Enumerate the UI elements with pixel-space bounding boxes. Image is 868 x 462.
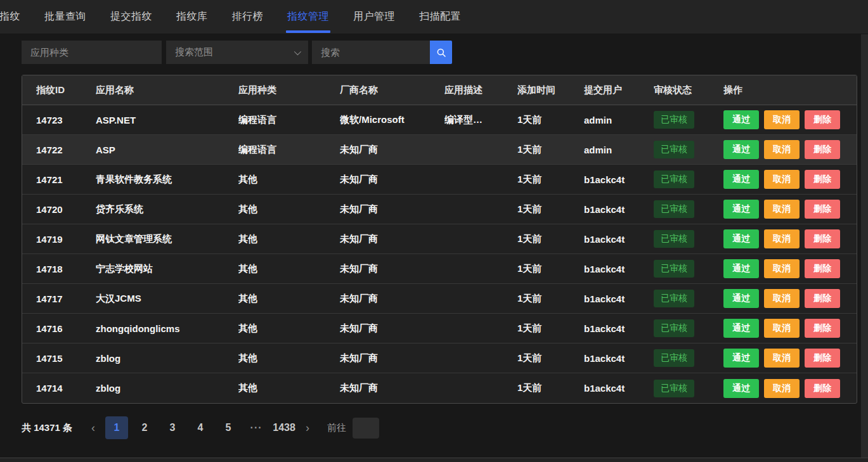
delete-button[interactable]: 删除 <box>805 170 840 189</box>
page-number-1438[interactable]: 1438 <box>273 416 295 439</box>
cell-added-time: 1天前 <box>517 352 584 364</box>
nav-tab-7[interactable]: 扫描配置 <box>419 0 461 34</box>
column-header-0: 指纹ID <box>36 84 96 96</box>
scope-select[interactable]: 搜索范围 <box>166 41 308 64</box>
column-header-8: 操作 <box>723 84 857 96</box>
table-row[interactable]: 14723 ASP.NET 编程语言 微软/Microsoft 编译型… 1天前… <box>22 105 857 135</box>
cell-app-type: 其他 <box>238 233 340 245</box>
cell-added-time: 1天前 <box>517 323 584 335</box>
nav-tab-1[interactable]: 批量查询 <box>44 0 86 34</box>
cell-actions: 通过 取消 删除 <box>723 229 857 248</box>
cell-actions: 通过 取消 删除 <box>723 170 857 189</box>
cell-actions: 通过 取消 删除 <box>723 110 857 129</box>
approve-button[interactable]: 通过 <box>723 259 759 278</box>
nav-tab-2[interactable]: 提交指纹 <box>110 0 152 34</box>
cell-fingerprint-id: 14721 <box>36 174 96 185</box>
nav-tab-label: 排行榜 <box>232 10 264 23</box>
cell-review-status: 已审核 <box>654 200 723 218</box>
cancel-button[interactable]: 取消 <box>764 229 800 248</box>
approve-button[interactable]: 通过 <box>723 170 759 189</box>
status-badge: 已审核 <box>654 111 694 129</box>
cancel-button[interactable]: 取消 <box>764 110 800 129</box>
next-page-icon[interactable]: › <box>298 416 317 439</box>
nav-tab-6[interactable]: 用户管理 <box>353 0 395 34</box>
delete-button[interactable]: 删除 <box>805 229 840 248</box>
table-row[interactable]: 14720 贷齐乐系统 其他 未知厂商 1天前 b1ackc4t 已审核 通过 … <box>22 195 857 224</box>
horizontal-scrollbar[interactable] <box>0 458 868 462</box>
cell-app-name: zhongqidonglicms <box>96 323 238 334</box>
approve-button[interactable]: 通过 <box>723 229 759 248</box>
delete-button[interactable]: 删除 <box>805 200 840 219</box>
cell-submit-user: b1ackc4t <box>584 234 654 245</box>
delete-button[interactable]: 删除 <box>805 379 840 398</box>
approve-button[interactable]: 通过 <box>723 110 759 129</box>
table-row[interactable]: 14721 青果软件教务系统 其他 未知厂商 1天前 b1ackc4t 已审核 … <box>22 165 857 195</box>
vertical-scrollbar[interactable] <box>861 34 868 458</box>
cell-description: 编译型… <box>444 114 517 126</box>
delete-button[interactable]: 删除 <box>805 289 840 308</box>
page-number-4[interactable]: 4 <box>189 416 212 439</box>
cancel-button[interactable]: 取消 <box>764 289 800 308</box>
page-number-1[interactable]: 1 <box>105 416 128 439</box>
page-number-2[interactable]: 2 <box>133 416 156 439</box>
delete-button[interactable]: 删除 <box>805 349 840 368</box>
cell-submit-user: b1ackc4t <box>584 204 654 215</box>
cancel-button[interactable]: 取消 <box>764 319 800 338</box>
cell-app-type: 其他 <box>238 323 340 335</box>
cancel-button[interactable]: 取消 <box>764 379 800 398</box>
page-number-5[interactable]: 5 <box>217 416 240 439</box>
cell-added-time: 1天前 <box>517 174 584 186</box>
column-header-6: 提交用户 <box>584 84 654 96</box>
cell-app-name: zblog <box>96 353 238 364</box>
cell-actions: 通过 取消 删除 <box>723 140 857 159</box>
status-badge: 已审核 <box>654 170 694 188</box>
approve-button[interactable]: 通过 <box>723 200 759 219</box>
nav-tab-label: 识别指纹 <box>0 10 20 23</box>
cancel-button[interactable]: 取消 <box>764 200 800 219</box>
page-number-3[interactable]: 3 <box>161 416 184 439</box>
cancel-button[interactable]: 取消 <box>764 140 800 159</box>
cell-submit-user: b1ackc4t <box>584 264 654 274</box>
table-row[interactable]: 14714 zblog 其他 未知厂商 1天前 b1ackc4t 已审核 通过 … <box>22 373 857 403</box>
table-row[interactable]: 14719 网钛文章管理系统 其他 未知厂商 1天前 b1ackc4t 已审核 … <box>22 224 857 254</box>
status-badge: 已审核 <box>654 230 694 248</box>
nav-tab-0[interactable]: 识别指纹 <box>0 0 20 34</box>
status-badge: 已审核 <box>654 380 694 397</box>
approve-button[interactable]: 通过 <box>723 379 759 398</box>
cell-fingerprint-id: 14714 <box>36 383 96 394</box>
cell-vendor: 未知厂商 <box>340 263 444 275</box>
cell-review-status: 已审核 <box>654 141 723 158</box>
cancel-button[interactable]: 取消 <box>764 170 800 189</box>
delete-button[interactable]: 删除 <box>805 140 840 159</box>
cancel-button[interactable]: 取消 <box>764 349 800 368</box>
nav-tab-label: 批量查询 <box>44 10 86 23</box>
keyword-input[interactable] <box>312 41 430 64</box>
delete-button[interactable]: 删除 <box>805 319 840 338</box>
nav-tab-5[interactable]: 指纹管理 <box>287 0 329 34</box>
goto-page-input[interactable] <box>353 418 379 439</box>
column-header-4: 应用描述 <box>444 84 517 96</box>
cell-vendor: 未知厂商 <box>340 293 444 305</box>
prev-page-icon[interactable]: ‹ <box>84 416 103 439</box>
category-input[interactable] <box>22 41 162 64</box>
approve-button[interactable]: 通过 <box>723 289 759 308</box>
cell-added-time: 1天前 <box>517 144 584 156</box>
nav-tab-4[interactable]: 排行榜 <box>232 0 264 34</box>
delete-button[interactable]: 删除 <box>805 259 840 278</box>
status-badge: 已审核 <box>654 260 694 278</box>
search-button[interactable] <box>430 41 452 64</box>
approve-button[interactable]: 通过 <box>723 140 759 159</box>
nav-tab-3[interactable]: 指纹库 <box>176 0 208 34</box>
cancel-button[interactable]: 取消 <box>764 259 800 278</box>
table-row[interactable]: 14715 zblog 其他 未知厂商 1天前 b1ackc4t 已审核 通过 … <box>22 343 857 373</box>
approve-button[interactable]: 通过 <box>723 319 759 338</box>
table-row[interactable]: 14718 宁志学校网站 其他 未知厂商 1天前 b1ackc4t 已审核 通过… <box>22 254 857 284</box>
column-header-2: 应用种类 <box>238 84 340 96</box>
approve-button[interactable]: 通过 <box>723 349 759 368</box>
cell-vendor: 未知厂商 <box>340 352 444 364</box>
table-row[interactable]: 14717 大汉JCMS 其他 未知厂商 1天前 b1ackc4t 已审核 通过… <box>22 284 857 314</box>
table-row[interactable]: 14716 zhongqidonglicms 其他 未知厂商 1天前 b1ack… <box>22 314 857 343</box>
table-row[interactable]: 14722 ASP 编程语言 未知厂商 1天前 admin 已审核 通过 取消 … <box>22 135 857 165</box>
delete-button[interactable]: 删除 <box>805 110 840 129</box>
cell-review-status: 已审核 <box>654 290 723 307</box>
